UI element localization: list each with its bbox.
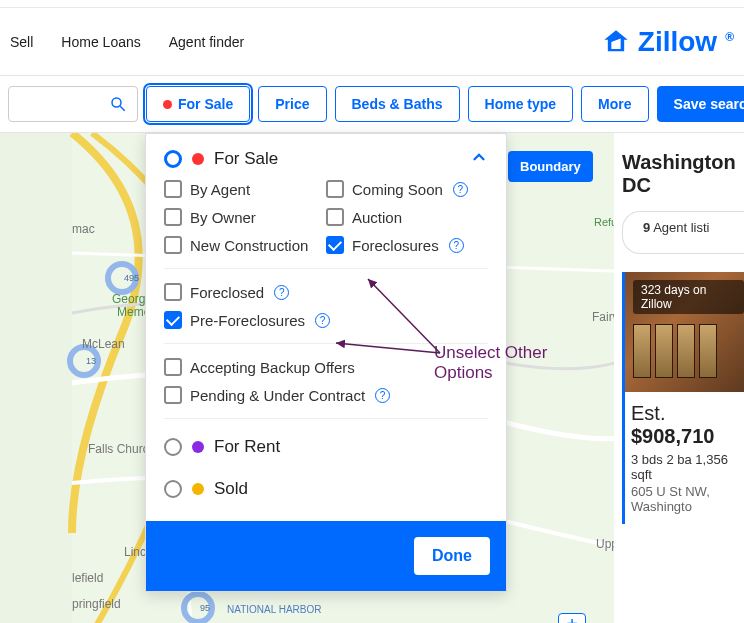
top-nav: Sell Home Loans Agent finder Zillow ®	[0, 8, 744, 76]
remove-boundary-button[interactable]: Boundary	[508, 151, 593, 182]
nav-sell[interactable]: Sell	[10, 34, 33, 50]
filter-price[interactable]: Price	[258, 86, 326, 122]
svg-text:95: 95	[200, 603, 210, 613]
svg-line-1	[120, 106, 125, 111]
filter-for-sale[interactable]: For Sale	[146, 86, 250, 122]
svg-text:pringfield: pringfield	[72, 597, 121, 611]
checkbox-by-owner[interactable]: By Owner	[164, 208, 326, 226]
checkbox-pending-contract[interactable]: Pending & Under Contract?	[164, 386, 488, 404]
listings-panel: Washington DC 9 Agent listi 323 days on …	[614, 133, 744, 623]
days-on-zillow-badge: 323 days on Zillow	[633, 280, 744, 314]
checkbox-by-agent[interactable]: By Agent	[164, 180, 326, 198]
listing-meta: 3 bds 2 ba 1,356 sqft	[631, 452, 744, 482]
logo-text: Zillow	[638, 26, 717, 58]
checkbox-pre-foreclosures[interactable]: Pre-Foreclosures?	[164, 311, 488, 329]
listing-card[interactable]: 323 days on Zillow Est. $908,710 3 bds 2…	[622, 272, 744, 524]
filter-beds-baths[interactable]: Beds & Baths	[335, 86, 460, 122]
sold-group-header[interactable]: Sold	[164, 475, 488, 517]
checkbox-auction[interactable]: Auction	[326, 208, 488, 226]
help-icon[interactable]: ?	[274, 285, 289, 300]
house-icon	[602, 28, 630, 56]
help-icon[interactable]: ?	[315, 313, 330, 328]
filter-more[interactable]: More	[581, 86, 648, 122]
svg-text:McLean: McLean	[82, 337, 125, 351]
svg-text:mac: mac	[72, 222, 95, 236]
zoom-in-button[interactable]: +	[558, 613, 586, 623]
save-search-button[interactable]: Save search	[657, 86, 744, 122]
search-input[interactable]	[8, 86, 138, 122]
svg-text:NATIONAL HARBOR: NATIONAL HARBOR	[227, 604, 321, 615]
for-rent-dot-icon	[192, 441, 204, 453]
radio-unchecked-icon	[164, 438, 182, 456]
radio-checked-icon	[164, 150, 182, 168]
for-sale-dot-icon	[163, 100, 172, 109]
sold-dot-icon	[192, 483, 204, 495]
checkbox-foreclosures[interactable]: Foreclosures?	[326, 236, 488, 254]
help-icon[interactable]: ?	[453, 182, 468, 197]
radio-unchecked-icon	[164, 480, 182, 498]
checkbox-new-construction[interactable]: New Construction	[164, 236, 326, 254]
listing-photo: 323 days on Zillow	[625, 272, 744, 392]
city-heading: Washington DC	[622, 151, 744, 197]
filter-home-type[interactable]: Home type	[468, 86, 574, 122]
for-rent-group-header[interactable]: For Rent	[164, 433, 488, 475]
help-icon[interactable]: ?	[375, 388, 390, 403]
listing-price: Est. $908,710	[631, 402, 744, 448]
checkbox-coming-soon[interactable]: Coming Soon?	[326, 180, 488, 198]
checkbox-backup-offers[interactable]: Accepting Backup Offers	[164, 358, 488, 376]
nav-agent-finder[interactable]: Agent finder	[169, 34, 245, 50]
svg-text:495: 495	[124, 273, 139, 283]
listing-address: 605 U St NW, Washingto	[631, 484, 744, 514]
for-sale-dot-icon	[192, 153, 204, 165]
filter-bar: For Sale Price Beds & Baths Home type Mo…	[0, 76, 744, 133]
svg-point-0	[112, 98, 121, 107]
nav-home-loans[interactable]: Home Loans	[61, 34, 140, 50]
sold-label: Sold	[214, 479, 248, 499]
search-icon	[109, 95, 127, 113]
help-icon[interactable]: ?	[449, 238, 464, 253]
svg-text:lefield: lefield	[72, 571, 103, 585]
zillow-logo[interactable]: Zillow ®	[602, 26, 734, 58]
for-sale-dropdown: For Sale By Agent Coming Soon? By Owner …	[145, 133, 507, 592]
chevron-up-icon	[470, 148, 488, 170]
listing-count[interactable]: 9 Agent listi	[622, 211, 744, 254]
for-sale-group-header[interactable]: For Sale	[164, 148, 488, 170]
svg-text:13: 13	[86, 356, 96, 366]
for-sale-label: For Sale	[214, 149, 278, 169]
done-button[interactable]: Done	[414, 537, 490, 575]
checkbox-foreclosed[interactable]: Foreclosed?	[164, 283, 488, 301]
for-rent-label: For Rent	[214, 437, 280, 457]
